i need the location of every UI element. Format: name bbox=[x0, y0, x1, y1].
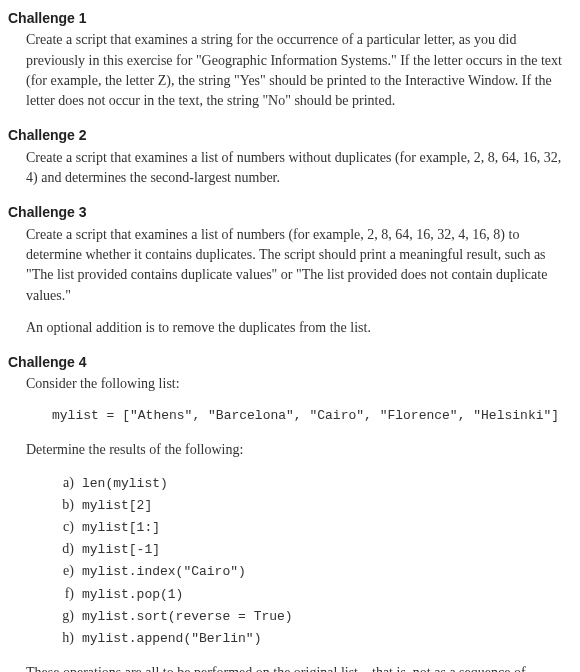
item-code: mylist.sort(reverse = True) bbox=[82, 607, 293, 627]
list-item: g) mylist.sort(reverse = True) bbox=[52, 605, 568, 627]
item-letter: d) bbox=[52, 538, 82, 560]
item-letter: c) bbox=[52, 516, 82, 538]
item-letter: b) bbox=[52, 494, 82, 516]
challenge-body: Create a script that examines a list of … bbox=[26, 148, 568, 189]
item-code: len(mylist) bbox=[82, 474, 168, 494]
list-item: f) mylist.pop(1) bbox=[52, 583, 568, 605]
code-block-mylist: mylist = ["Athens", "Barcelona", "Cairo"… bbox=[52, 407, 568, 426]
list-item: b) mylist[2] bbox=[52, 494, 568, 516]
paragraph: An optional addition is to remove the du… bbox=[26, 318, 568, 338]
item-code: mylist.index("Cairo") bbox=[82, 562, 246, 582]
item-code: mylist.pop(1) bbox=[82, 585, 183, 605]
paragraph-closing: These operations are all to be performed… bbox=[26, 663, 568, 672]
challenge-body: Create a script that examines a list of … bbox=[26, 225, 568, 338]
challenge-body: Consider the following list: mylist = ["… bbox=[26, 374, 568, 672]
challenge-1: Challenge 1 Create a script that examine… bbox=[8, 8, 568, 111]
item-letter: a) bbox=[52, 472, 82, 494]
list-item: c) mylist[1:] bbox=[52, 516, 568, 538]
challenge-title: Challenge 2 bbox=[8, 125, 568, 145]
challenge-title: Challenge 4 bbox=[8, 352, 568, 372]
enumerated-list: a) len(mylist) b) mylist[2] c) mylist[1:… bbox=[52, 472, 568, 649]
item-letter: f) bbox=[52, 583, 82, 605]
paragraph-intro: Consider the following list: bbox=[26, 374, 568, 394]
paragraph-subtext: Determine the results of the following: bbox=[26, 440, 568, 460]
paragraph: Create a script that examines a list of … bbox=[26, 148, 568, 189]
list-item: e) mylist.index("Cairo") bbox=[52, 560, 568, 582]
list-item: d) mylist[-1] bbox=[52, 538, 568, 560]
challenge-body: Create a script that examines a string f… bbox=[26, 30, 568, 111]
paragraph: Create a script that examines a list of … bbox=[26, 225, 568, 306]
item-letter: g) bbox=[52, 605, 82, 627]
challenge-3: Challenge 3 Create a script that examine… bbox=[8, 202, 568, 338]
challenge-title: Challenge 1 bbox=[8, 8, 568, 28]
list-item: h) mylist.append("Berlin") bbox=[52, 627, 568, 649]
list-item: a) len(mylist) bbox=[52, 472, 568, 494]
item-code: mylist[2] bbox=[82, 496, 152, 516]
item-code: mylist.append("Berlin") bbox=[82, 629, 261, 649]
item-code: mylist[1:] bbox=[82, 518, 160, 538]
item-code: mylist[-1] bbox=[82, 540, 160, 560]
document-page: Challenge 1 Create a script that examine… bbox=[0, 0, 580, 672]
challenge-2: Challenge 2 Create a script that examine… bbox=[8, 125, 568, 188]
paragraph: Create a script that examines a string f… bbox=[26, 30, 568, 111]
item-letter: e) bbox=[52, 560, 82, 582]
challenge-4: Challenge 4 Consider the following list:… bbox=[8, 352, 568, 672]
item-letter: h) bbox=[52, 627, 82, 649]
challenge-title: Challenge 3 bbox=[8, 202, 568, 222]
